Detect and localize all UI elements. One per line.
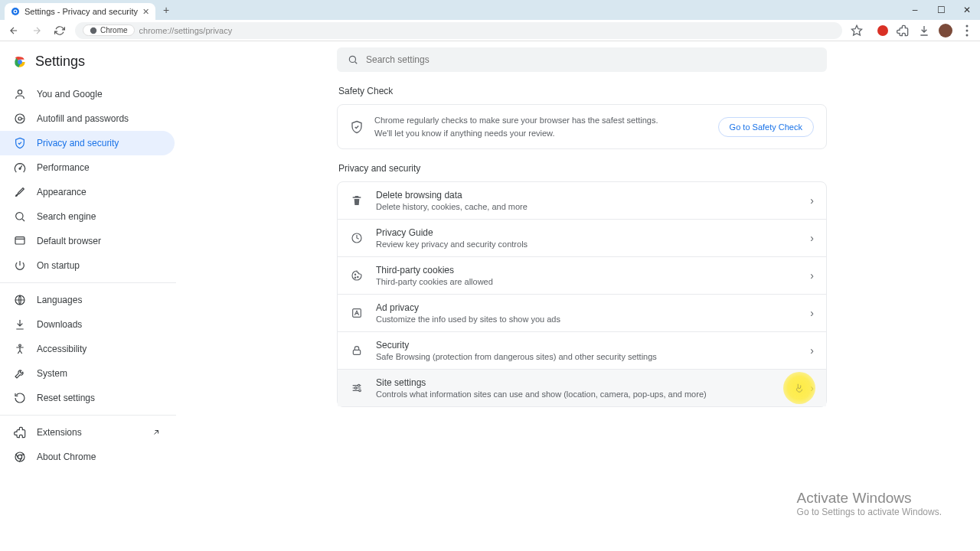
row-title: Security [376, 340, 798, 350]
kebab-menu-icon[interactable] [960, 24, 974, 37]
sidebar-item-downloads[interactable]: Downloads [0, 312, 175, 337]
svg-point-18 [15, 452, 24, 461]
settings-sidebar: Settings You and GoogleAutofill and pass… [0, 41, 184, 551]
row-subtitle: Controls what information sites can use … [376, 390, 798, 399]
power-icon [14, 259, 26, 272]
sidebar-item-languages[interactable]: Languages [0, 288, 175, 312]
chevron-right-icon: › [810, 194, 814, 207]
wrench-icon [14, 367, 26, 380]
search-settings[interactable] [337, 47, 827, 72]
svg-point-10 [18, 90, 21, 94]
autofill-icon [14, 112, 26, 125]
row-subtitle: Safe Browsing (protection from dangerous… [376, 352, 798, 361]
window-close-button[interactable]: ✕ [954, 0, 980, 20]
window-maximize-button[interactable]: ☐ [928, 0, 954, 20]
privacy-row-site-settings[interactable]: Site settingsControls what information s… [338, 369, 826, 406]
svg-point-24 [354, 277, 355, 278]
sidebar-item-privacy-and-security[interactable]: Privacy and security [0, 131, 175, 155]
browser-tab[interactable]: Settings - Privacy and security ✕ [5, 3, 155, 20]
reset-icon [14, 392, 26, 404]
privacy-row-security[interactable]: SecuritySafe Browsing (protection from d… [338, 331, 826, 369]
profile-avatar[interactable] [939, 24, 952, 37]
address-bar[interactable]: Chrome chrome://settings/privacy [75, 22, 842, 39]
row-title: Site settings [376, 377, 798, 388]
svg-point-2 [90, 27, 96, 33]
sidebar-item-label: Search engine [37, 211, 96, 222]
browser-toolbar: Chrome chrome://settings/privacy [0, 20, 980, 41]
sidebar-item-autofill-and-passwords[interactable]: Autofill and passwords [0, 106, 175, 131]
row-subtitle: Customize the info used by sites to show… [376, 315, 798, 324]
row-title: Ad privacy [376, 302, 798, 313]
lock-icon [350, 344, 364, 357]
sidebar-item-reset-settings[interactable]: Reset settings [0, 386, 175, 410]
svg-rect-26 [353, 350, 360, 354]
brush-icon [14, 186, 26, 198]
svg-point-14 [16, 213, 23, 220]
bookmark-star-icon[interactable] [850, 24, 864, 37]
sidebar-item-label: Appearance [37, 187, 87, 197]
forward-button[interactable] [29, 23, 44, 38]
svg-rect-15 [15, 237, 24, 244]
row-subtitle: Delete history, cookies, cache, and more [376, 202, 798, 211]
ads-icon [350, 306, 364, 320]
address-url: chrome://settings/privacy [139, 26, 233, 35]
nav-divider [0, 415, 176, 416]
sidebar-item-on-startup[interactable]: On startup [0, 253, 175, 278]
search-input[interactable] [366, 54, 816, 65]
privacy-row-ad-privacy[interactable]: Ad privacyCustomize the info used by sit… [338, 294, 826, 331]
svg-point-6 [966, 34, 969, 36]
privacy-row-third-party-cookies[interactable]: Third-party cookiesThird-party cookies a… [338, 256, 826, 294]
sidebar-item-accessibility[interactable]: Accessibility [0, 337, 175, 361]
back-button[interactable] [6, 23, 21, 38]
recording-indicator-icon[interactable] [877, 25, 888, 36]
row-title: Privacy Guide [376, 227, 798, 238]
downloads-icon[interactable] [917, 24, 931, 37]
extensions-icon[interactable] [896, 24, 910, 37]
sidebar-item-you-and-google[interactable]: You and Google [0, 82, 175, 106]
speed-icon [14, 161, 26, 174]
safety-text-line1: Chrome regularly checks to make sure you… [374, 114, 707, 127]
chevron-right-icon: › [810, 344, 814, 357]
sidebar-item-search-engine[interactable]: Search engine [0, 204, 175, 229]
svg-point-20 [349, 56, 355, 62]
nav-divider [0, 282, 176, 283]
window-minimize-button[interactable]: – [902, 0, 928, 20]
sidebar-item-performance[interactable]: Performance [0, 155, 175, 180]
svg-point-5 [966, 29, 969, 31]
chrome-logo-icon [12, 54, 28, 70]
svg-point-9 [18, 60, 21, 63]
sidebar-item-label: Performance [37, 162, 90, 173]
windows-activation-watermark: Activate Windows Go to Settings to activ… [797, 490, 942, 517]
globe-icon [14, 294, 26, 306]
svg-point-27 [358, 384, 360, 386]
shield-check-icon [350, 120, 364, 134]
window-titlebar: Settings - Privacy and security ✕ + – ☐ … [0, 0, 980, 20]
safety-text-line2: We'll let you know if anything needs you… [374, 127, 707, 140]
privacy-row-delete-browsing-data[interactable]: Delete browsing dataDelete history, cook… [338, 182, 826, 219]
trash-icon [350, 194, 364, 207]
sidebar-item-extensions[interactable]: Extensions [0, 420, 175, 445]
svg-point-23 [358, 276, 358, 277]
sidebar-item-label: On startup [37, 260, 80, 271]
reload-button[interactable] [52, 23, 67, 38]
privacy-row-privacy-guide[interactable]: Privacy GuideReview key privacy and secu… [338, 219, 826, 256]
tab-close-icon[interactable]: ✕ [142, 7, 149, 17]
extension-icon [14, 426, 26, 439]
person-icon [14, 88, 26, 100]
sidebar-item-system[interactable]: System [0, 361, 175, 386]
safety-check-card: Chrome regularly checks to make sure you… [337, 104, 827, 149]
sidebar-item-default-browser[interactable]: Default browser [0, 229, 175, 253]
go-to-safety-check-button[interactable]: Go to Safety Check [718, 117, 814, 137]
new-tab-button[interactable]: + [163, 4, 169, 16]
svg-point-17 [19, 344, 21, 347]
chrome-icon [14, 451, 26, 463]
section-title-safety: Safety Check [338, 86, 827, 96]
download-icon [14, 318, 26, 331]
sidebar-item-about-chrome[interactable]: About Chrome [0, 445, 175, 469]
sidebar-item-appearance[interactable]: Appearance [0, 180, 175, 204]
sidebar-item-label: Languages [37, 295, 82, 305]
chevron-right-icon: › [810, 269, 814, 282]
cookie-icon [350, 269, 364, 282]
browser-icon [14, 235, 26, 247]
shield-icon [14, 137, 26, 149]
